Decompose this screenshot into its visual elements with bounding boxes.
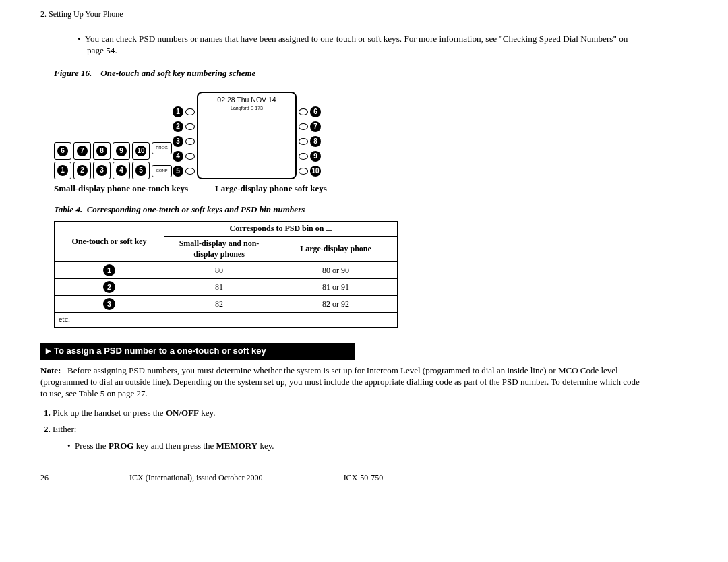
dot-icon (295, 111, 297, 113)
softkey-icon (185, 168, 195, 175)
step1-bold: ON/OFF (166, 408, 199, 418)
intro-bullet: • You can check PSD numbers or names tha… (78, 33, 640, 56)
left-softkey-badges: 1 2 3 4 5 (173, 106, 198, 177)
dot-icon (295, 126, 297, 127)
softkey-icon (185, 153, 195, 160)
footer-divider (40, 470, 688, 470)
num-badge: 1 (57, 165, 68, 176)
num-badge: 4 (116, 165, 127, 176)
softkey-icon (299, 108, 308, 115)
th-large: Large-display phone (274, 237, 398, 262)
num-badge: 10 (310, 166, 321, 177)
sub-mid: key and then press the (133, 441, 216, 451)
note-text: Before assigning PSD numbers, you must d… (40, 365, 640, 398)
step2-text: Either: (53, 424, 76, 434)
step2-sub-bullet: • Press the PROG key and then press the … (67, 441, 688, 452)
softkey-icon (299, 153, 308, 160)
step1-pre: Pick up the handset or press the (53, 408, 166, 418)
conf-button: CONF (152, 165, 172, 177)
figure-caption: Figure 16. One-touch and soft key number… (54, 68, 688, 80)
large-phone-diagram: 02:28 Thu NOV 14 Langford S 173 1 2 3 4 … (197, 92, 297, 179)
softkey-icon (299, 168, 308, 175)
num-badge: 7 (310, 121, 321, 132)
prog-button: PROG (152, 142, 172, 154)
num-badge: 1 (103, 264, 115, 276)
cell-large: 80 or 90 (274, 262, 398, 279)
cell-small: 82 (164, 296, 274, 313)
num-badge: 6 (310, 106, 321, 117)
num-badge: 2 (103, 281, 115, 293)
table-caption: Table 4. Corresponding one-touch or soft… (54, 204, 688, 216)
sub-pre: Press the (75, 441, 109, 451)
dot-icon (295, 141, 297, 142)
cell-large: 82 or 92 (274, 296, 398, 313)
intro-bullet-text: You can check PSD numbers or names that … (85, 34, 628, 55)
bottom-row-badges: 1 2 3 4 5 (57, 165, 146, 176)
th-corresponds: Corresponds to PSD bin on ... (164, 221, 398, 237)
cell-small: 81 (164, 279, 274, 296)
num-badge: 5 (173, 166, 183, 177)
num-badge: 9 (116, 146, 127, 156)
page-number: 26 (40, 473, 49, 484)
softkey-icon (299, 123, 308, 130)
right-softkey-badges: 6 7 8 9 10 (295, 106, 321, 177)
num-badge: 6 (57, 146, 68, 156)
dot-icon (197, 156, 198, 157)
large-phone-label: Large-display phone soft keys (215, 183, 327, 195)
procedure-heading: To assign a PSD number to a one-touch or… (40, 343, 355, 360)
table-row: 1 80 80 or 90 (55, 262, 398, 279)
step1-post: key. (199, 408, 215, 418)
num-badge: 10 (135, 146, 146, 156)
table-label: Table 4. (54, 204, 82, 214)
large-screen: 02:28 Thu NOV 14 Langford S 173 (197, 92, 297, 179)
dot-icon (197, 170, 198, 172)
note-block: Note: Before assigning PSD numbers, you … (40, 365, 647, 400)
footer: 26 ICX (International), issued October 2… (40, 473, 688, 484)
prog-conf-buttons: PROG CONF (152, 142, 172, 177)
step-1: Pick up the handset or press the ON/OFF … (53, 408, 688, 419)
num-badge: 7 (77, 146, 88, 156)
table-row: 3 82 82 or 92 (55, 296, 398, 313)
section-header: 2. Setting Up Your Phone (40, 9, 688, 20)
figure-title-text: One-touch and soft key numbering scheme (100, 68, 255, 78)
table-row: etc. (55, 313, 398, 328)
footer-right: ICX-50-750 (344, 473, 384, 484)
figure-labels: Small-display phone one-touch keys Large… (54, 183, 688, 195)
screen-subtitle: Langford S 173 (198, 105, 295, 111)
softkey-icon (185, 123, 195, 130)
cell-large: 81 or 91 (274, 279, 398, 296)
num-badge: 8 (310, 136, 321, 147)
num-badge: 3 (96, 165, 107, 176)
dot-icon (295, 156, 297, 157)
num-badge: 4 (173, 151, 183, 162)
sub-post: key. (257, 441, 274, 451)
figure-label: Figure 16. (54, 68, 92, 78)
num-badge: 1 (173, 106, 183, 117)
softkey-icon (185, 108, 195, 115)
th-key: One-touch or soft key (55, 221, 164, 262)
dot-icon (197, 111, 198, 113)
top-row-badges: 6 7 8 9 10 (57, 146, 146, 156)
num-badge: 3 (103, 298, 115, 310)
num-badge: 2 (77, 165, 88, 176)
dot-icon (197, 141, 198, 142)
num-badge: 5 (135, 165, 146, 176)
table-title-text: Corresponding one-touch or soft keys and… (87, 204, 305, 214)
header-divider (40, 22, 688, 22)
cell-small: 80 (164, 262, 274, 279)
num-badge: 9 (310, 151, 321, 162)
footer-center: ICX (International), issued October 2000 (129, 473, 263, 484)
step-2: Either: (53, 424, 688, 435)
th-small: Small-display and non-display phones (164, 237, 274, 262)
sub-bold1: PROG (109, 441, 134, 451)
table-row: 2 81 81 or 91 (55, 279, 398, 296)
softkey-icon (299, 138, 308, 145)
figure-area: PROG CONF 6 7 8 9 10 1 2 3 4 5 (54, 92, 688, 179)
num-badge: 2 (173, 121, 183, 132)
psd-table: One-touch or soft key Corresponds to PSD… (54, 221, 398, 328)
cell-etc: etc. (55, 313, 398, 328)
small-phone-label: Small-display phone one-touch keys (54, 183, 188, 195)
screen-time: 02:28 Thu NOV 14 (198, 96, 295, 105)
num-badge: 8 (96, 146, 107, 156)
dot-icon (197, 126, 198, 127)
